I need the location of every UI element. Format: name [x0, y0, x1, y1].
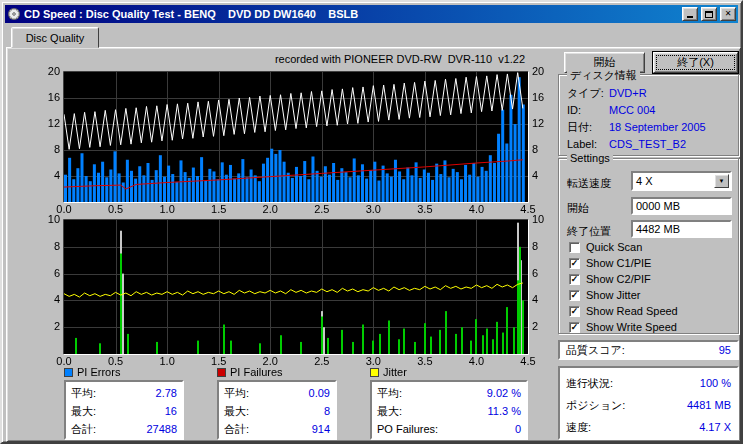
disc-info-group: ディスク情報 タイプ: DVD+R ID: MCC 004 日付: 18 Sep… — [558, 74, 739, 156]
app-icon — [7, 7, 21, 21]
disc-info-row: タイプ: DVD+R — [567, 87, 732, 100]
pif-jitter-chart — [30, 212, 544, 368]
jitter-legend-label: Jitter — [383, 366, 407, 378]
stat-row: 平均: 9.02 % — [372, 384, 526, 402]
pi-failures-stats-box: 平均: 0.09 最大: 8 合計: 914 — [217, 380, 337, 440]
checkbox-show-jitter-label: Show Jitter — [586, 289, 640, 301]
stat-value: 8 — [324, 402, 330, 420]
minimize-icon — [687, 16, 693, 18]
stat-label: 平均: — [71, 384, 96, 402]
tab-disc-quality[interactable]: Disc Quality — [11, 27, 99, 48]
end-position-label: 終了位置 — [567, 224, 611, 239]
stat-value: 27488 — [146, 420, 177, 438]
stat-value: 914 — [312, 420, 330, 438]
close-button[interactable]: ✕ — [720, 7, 736, 21]
pi-errors-stats-box: 平均: 2.78 最大: 16 合計: 27488 — [64, 380, 184, 440]
stat-value: 16 — [165, 402, 177, 420]
pi-errors-legend-label: PI Errors — [77, 366, 120, 378]
position-value: 4481 MB — [687, 394, 731, 416]
checkbox-show-c2-pif-label: Show C2/PIF — [586, 273, 651, 285]
stat-label: 最大: — [377, 402, 402, 420]
checkbox-show-jitter[interactable]: ✓ — [569, 290, 580, 301]
checkbox-show-c1-pie-label: Show C1/PIE — [586, 257, 651, 269]
checkbox-show-read-speed[interactable]: ✓ — [569, 306, 580, 317]
start-position-label: 開始 — [567, 201, 589, 216]
quality-score-label: 品質スコア: — [566, 343, 625, 358]
checkbox-show-c2-pif[interactable]: ✓ — [569, 274, 580, 285]
stat-value: 9.02 % — [487, 384, 521, 402]
minimize-button[interactable] — [682, 7, 698, 21]
pi-errors-legend: PI Errors — [64, 367, 120, 377]
show-read-speed-row: ✓ Show Read Speed — [569, 305, 678, 317]
exit-button[interactable]: 終了(X) — [653, 52, 738, 73]
stat-label: 合計: — [224, 420, 249, 438]
jitter-stats-box: 平均: 9.02 % 最大: 11.3 % PO Failures: 0 — [370, 380, 528, 440]
disc-id-value: MCC 004 — [609, 104, 655, 117]
checkbox-quick-scan[interactable] — [569, 242, 580, 253]
quality-score-value: 95 — [719, 344, 731, 356]
stat-row: 最大: 16 — [66, 402, 182, 420]
stat-row: 平均: 0.09 — [219, 384, 335, 402]
disc-info-label: ID: — [567, 104, 609, 117]
disc-type-value: DVD+R — [609, 87, 647, 100]
disc-info-label: 日付: — [567, 121, 609, 134]
transfer-speed-label: 転送速度 — [567, 176, 611, 191]
stat-value: 2.78 — [156, 384, 177, 402]
progress-row: ポジション: 4481 MB — [560, 394, 737, 416]
settings-group: Settings 転送速度 4 X ▼ 開始 0000 MB 終了位置 4482… — [558, 158, 739, 334]
progress-label: 進行状況: — [566, 372, 613, 394]
show-write-speed-row: ✓ Show Write Speed — [569, 321, 677, 333]
disc-info-label: タイプ: — [567, 87, 609, 100]
disc-label-value: CDS_TEST_B2 — [609, 138, 686, 151]
checkbox-show-c1-pie[interactable]: ✓ — [569, 258, 580, 269]
stat-row: 平均: 2.78 — [66, 384, 182, 402]
position-label: ポジション: — [566, 394, 625, 416]
settings-title: Settings — [567, 152, 613, 164]
stat-value: 11.3 % — [488, 402, 521, 420]
pi-errors-swatch — [64, 368, 73, 377]
progress-box: 進行状況: 100 % ポジション: 4481 MB 速度: 4.17 X — [558, 366, 739, 440]
stat-row: 合計: 27488 — [66, 420, 182, 438]
disc-info-row: ID: MCC 004 — [567, 104, 732, 117]
stat-row: PO Failures: 0 — [372, 420, 526, 438]
pie-errors-chart — [30, 64, 544, 216]
progress-value: 100 % — [700, 372, 731, 394]
stat-label: 合計: — [71, 420, 96, 438]
pi-failures-legend-label: PI Failures — [230, 366, 283, 378]
titlebar: CD Speed : Disc Quality Test - BENQ DVD … — [5, 5, 738, 23]
window-title: CD Speed : Disc Quality Test - BENQ DVD … — [24, 8, 679, 20]
stat-label: 平均: — [224, 384, 249, 402]
transfer-speed-dropdown-button[interactable]: ▼ — [714, 174, 729, 188]
disc-info-title: ディスク情報 — [567, 68, 640, 83]
quick-scan-row: Quick Scan — [569, 241, 642, 253]
end-position-value: 4482 MB — [636, 223, 680, 235]
checkbox-show-write-speed[interactable]: ✓ — [569, 322, 580, 333]
show-c2-pif-row: ✓ Show C2/PIF — [569, 273, 651, 285]
transfer-speed-select[interactable]: 4 X ▼ — [631, 171, 732, 191]
stat-row: 最大: 8 — [219, 402, 335, 420]
pi-failures-legend: PI Failures — [217, 367, 283, 377]
maximize-button[interactable] — [701, 7, 717, 21]
stat-row: 最大: 11.3 % — [372, 402, 526, 420]
show-jitter-row: ✓ Show Jitter — [569, 289, 640, 301]
end-position-input[interactable]: 4482 MB — [631, 220, 732, 238]
tab-label: Disc Quality — [26, 32, 85, 44]
start-position-input[interactable]: 0000 MB — [631, 197, 732, 215]
jitter-legend: Jitter — [370, 367, 407, 377]
chevron-down-icon: ▼ — [719, 178, 725, 184]
speed-label: 速度: — [566, 416, 591, 438]
progress-row: 速度: 4.17 X — [560, 416, 737, 438]
cd-icon — [8, 8, 20, 20]
disc-info-row: Label: CDS_TEST_B2 — [567, 138, 732, 151]
stat-value: 0 — [515, 420, 521, 438]
stat-label: 最大: — [224, 402, 249, 420]
checkbox-show-read-speed-label: Show Read Speed — [586, 305, 678, 317]
speed-value: 4.17 X — [699, 416, 731, 438]
start-position-value: 0000 MB — [636, 200, 680, 212]
stat-label: PO Failures: — [377, 420, 438, 438]
show-c1-pie-row: ✓ Show C1/PIE — [569, 257, 651, 269]
disc-info-row: 日付: 18 September 2005 — [567, 121, 732, 134]
pi-failures-swatch — [217, 368, 226, 377]
jitter-swatch — [370, 368, 379, 377]
checkbox-quick-scan-label: Quick Scan — [586, 241, 642, 253]
